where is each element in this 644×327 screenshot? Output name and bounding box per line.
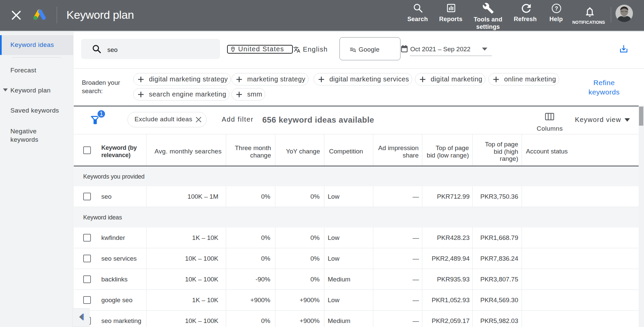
- svg-text:?: ?: [555, 6, 558, 11]
- svg-text:1: 1: [100, 111, 103, 117]
